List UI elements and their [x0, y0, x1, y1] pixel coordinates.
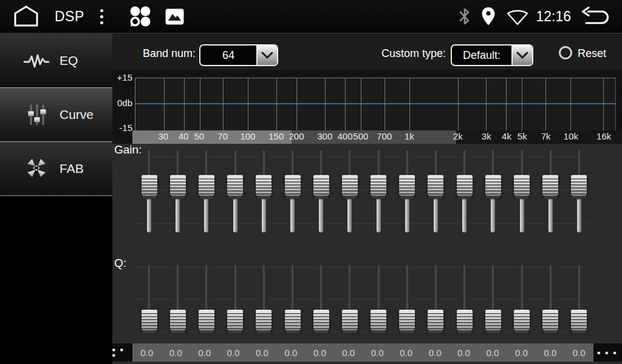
slider-track-upper[interactable] — [377, 265, 381, 312]
slider-track-upper[interactable] — [549, 265, 553, 312]
q-slider-thumb[interactable] — [485, 309, 501, 330]
gain-slider-thumb[interactable] — [371, 175, 386, 195]
gain-slider-thumb[interactable] — [170, 175, 186, 195]
gain-slider-thumb[interactable] — [313, 175, 329, 195]
q-slider-10[interactable] — [393, 265, 422, 335]
q-slider-thumb[interactable] — [571, 309, 587, 330]
slider-track-upper[interactable] — [233, 150, 238, 177]
gain-slider-13[interactable] — [479, 150, 507, 234]
slider-track-upper[interactable] — [319, 265, 323, 312]
slider-track-upper[interactable] — [462, 265, 466, 312]
gain-slider-thumb[interactable] — [199, 175, 214, 195]
slider-track-upper[interactable] — [319, 150, 323, 177]
gain-slider-14[interactable] — [507, 150, 536, 234]
gain-slider-thumb[interactable] — [542, 175, 558, 195]
custom-type-select[interactable]: Default: — [451, 44, 533, 66]
q-slider-13[interactable] — [479, 265, 507, 335]
gain-slider-1[interactable] — [135, 150, 163, 234]
gain-slider-thumb[interactable] — [342, 175, 358, 195]
q-slider-thumb[interactable] — [142, 309, 157, 330]
slider-track-upper[interactable] — [262, 150, 266, 177]
sidebar-item-eq[interactable]: EQ — [0, 34, 112, 88]
reset-label[interactable]: Reset — [578, 47, 606, 60]
slider-track-lower[interactable] — [434, 195, 438, 232]
gain-slider-16[interactable] — [565, 150, 593, 234]
q-slider-thumb[interactable] — [428, 309, 443, 330]
slider-track-lower[interactable] — [577, 195, 581, 232]
slider-track-lower[interactable] — [147, 195, 151, 232]
sidebar-item-curve[interactable]: Curve — [0, 88, 112, 142]
q-slider-12[interactable] — [450, 265, 479, 335]
slider-track-lower[interactable] — [204, 195, 208, 232]
slider-track-lower[interactable] — [520, 195, 524, 232]
band-num-select[interactable]: 64 — [199, 44, 278, 66]
gain-slider-8[interactable] — [335, 150, 364, 234]
home-icon[interactable] — [12, 5, 40, 28]
slider-track-upper[interactable] — [347, 150, 352, 177]
slider-track-upper[interactable] — [491, 150, 495, 177]
slider-track-upper[interactable] — [491, 265, 495, 312]
q-slider-thumb[interactable] — [399, 309, 415, 330]
q-slider-thumb[interactable] — [199, 309, 214, 330]
reset-radio[interactable] — [559, 46, 572, 59]
gain-slider-2[interactable] — [163, 150, 192, 234]
slider-track-lower[interactable] — [462, 195, 466, 232]
gain-slider-5[interactable] — [250, 150, 278, 234]
gain-slider-10[interactable] — [393, 150, 422, 234]
gain-slider-thumb[interactable] — [256, 175, 272, 195]
slider-track-lower[interactable] — [262, 195, 266, 232]
slider-track-lower[interactable] — [377, 195, 381, 232]
gain-more-left-button[interactable]: ■ ■ ■ — [112, 343, 132, 362]
q-slider-thumb[interactable] — [542, 309, 558, 330]
q-slider-thumb[interactable] — [285, 309, 301, 330]
gain-slider-9[interactable] — [364, 150, 393, 234]
slider-track-upper[interactable] — [405, 265, 409, 312]
q-slider-5[interactable] — [250, 265, 278, 335]
q-slider-7[interactable] — [307, 265, 335, 335]
gain-slider-thumb[interactable] — [514, 175, 530, 195]
slider-track-upper[interactable] — [347, 265, 352, 312]
q-slider-14[interactable] — [507, 265, 536, 335]
apps-clover-icon[interactable] — [129, 5, 152, 28]
slider-track-lower[interactable] — [405, 195, 409, 232]
gallery-icon[interactable] — [165, 8, 184, 25]
slider-track-upper[interactable] — [577, 265, 581, 312]
gain-slider-thumb[interactable] — [457, 175, 473, 195]
kebab-menu-icon[interactable] — [97, 7, 107, 27]
gain-slider-thumb[interactable] — [571, 175, 587, 195]
gain-more-right-button[interactable]: ■ ■ ■ — [593, 343, 622, 362]
chevron-down-icon[interactable] — [511, 46, 532, 65]
q-slider-4[interactable] — [221, 265, 250, 335]
slider-track-lower[interactable] — [319, 195, 323, 232]
chevron-down-icon[interactable] — [256, 46, 277, 65]
q-slider-2[interactable] — [163, 265, 192, 335]
gain-slider-11[interactable] — [422, 150, 450, 234]
slider-track-upper[interactable] — [233, 265, 238, 312]
slider-track-upper[interactable] — [176, 265, 180, 312]
q-slider-thumb[interactable] — [371, 309, 386, 330]
slider-track-lower[interactable] — [233, 195, 238, 232]
slider-track-upper[interactable] — [462, 150, 466, 177]
q-slider-thumb[interactable] — [313, 309, 329, 330]
q-slider-thumb[interactable] — [227, 309, 243, 330]
gain-slider-4[interactable] — [221, 150, 250, 234]
slider-track-upper[interactable] — [405, 150, 409, 177]
gain-slider-thumb[interactable] — [485, 175, 501, 195]
q-slider-8[interactable] — [335, 265, 364, 335]
slider-track-upper[interactable] — [434, 150, 438, 177]
q-slider-thumb[interactable] — [514, 309, 530, 330]
slider-track-upper[interactable] — [147, 265, 151, 312]
slider-track-upper[interactable] — [434, 265, 438, 312]
slider-track-lower[interactable] — [491, 195, 495, 232]
slider-track-upper[interactable] — [549, 150, 553, 177]
q-slider-6[interactable] — [278, 265, 307, 335]
slider-track-upper[interactable] — [290, 265, 295, 312]
gain-slider-15[interactable] — [536, 150, 565, 234]
gain-slider-6[interactable] — [278, 150, 307, 234]
slider-track-upper[interactable] — [176, 150, 180, 177]
back-icon[interactable] — [581, 7, 610, 26]
q-slider-thumb[interactable] — [342, 309, 358, 330]
slider-track-upper[interactable] — [204, 265, 208, 312]
slider-track-upper[interactable] — [520, 150, 524, 177]
q-slider-3[interactable] — [192, 265, 220, 335]
